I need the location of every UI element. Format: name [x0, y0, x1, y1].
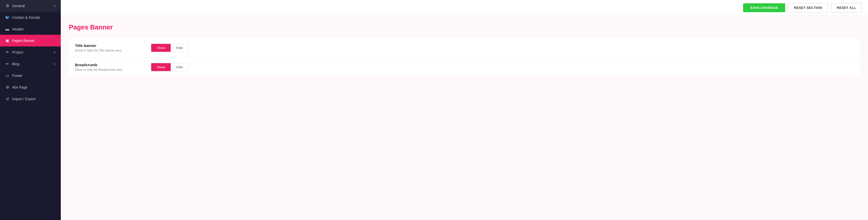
sidebar-item-project[interactable]: ✏Project∨	[0, 47, 61, 58]
breadcrumb-description: Show or hide the Breadcrumb area	[75, 68, 151, 72]
sidebar-item-label-pages-banner: Pages Banner	[12, 38, 35, 43]
sidebar-item-404-page[interactable]: ⚙404 Page	[0, 81, 61, 93]
settings-section: Title bannerShow or hide the Title banne…	[69, 38, 860, 77]
page-title: Pages Banner	[69, 23, 860, 31]
breadcrumb-label: Breadcrumb	[75, 63, 151, 67]
topbar: SAVE CHANGES RESET SECTION RESET ALL	[61, 0, 868, 16]
title-banner-show-button[interactable]: Show	[151, 44, 171, 52]
sidebar-item-import-export[interactable]: ↺Import / Export	[0, 93, 61, 105]
sidebar-item-general[interactable]: ⚙General∨	[0, 0, 61, 12]
sidebar-item-footer[interactable]: ▭Footer	[0, 70, 61, 81]
sidebar-item-label-header: Header	[12, 27, 24, 31]
main-area: SAVE CHANGES RESET SECTION RESET ALL Pag…	[61, 0, 868, 220]
breadcrumb-hide-button[interactable]: Hide	[171, 63, 189, 71]
reset-section-button[interactable]: RESET SECTION	[788, 3, 828, 12]
blog-icon: ✏	[5, 62, 10, 66]
sidebar-item-label-blog: Blog	[12, 62, 19, 66]
footer-icon: ▭	[5, 73, 10, 78]
sidebar: ⚙General∨🐦Contact & Socials▬Header▣Pages…	[0, 0, 61, 220]
project-icon: ✏	[5, 50, 10, 55]
sidebar-item-label-import-export: Import / Export	[12, 97, 35, 101]
title-banner-toggle-group: ShowHide	[151, 44, 189, 52]
header-icon: ▬	[5, 27, 10, 31]
404-page-icon: ⚙	[5, 85, 10, 89]
content-area: Pages Banner Title bannerShow or hide th…	[61, 16, 868, 220]
save-changes-button[interactable]: SAVE CHANGES	[743, 3, 785, 12]
import-export-icon: ↺	[5, 97, 10, 101]
sidebar-item-label-project: Project	[12, 50, 23, 54]
general-chevron-icon: ∨	[54, 4, 56, 8]
sidebar-item-contact-socials[interactable]: 🐦Contact & Socials	[0, 12, 61, 23]
project-chevron-icon: ∨	[54, 51, 56, 54]
sidebar-item-blog[interactable]: ✏Blog∨	[0, 58, 61, 70]
blog-chevron-icon: ∨	[54, 62, 56, 66]
contact-socials-icon: 🐦	[5, 15, 10, 20]
setting-row-breadcrumb: BreadcrumbShow or hide the Breadcrumb ar…	[69, 58, 860, 77]
title-banner-description: Show or hide the Title banner area	[75, 49, 151, 52]
sidebar-item-pages-banner[interactable]: ▣Pages Banner	[0, 35, 61, 47]
sidebar-item-label-contact-socials: Contact & Socials	[12, 16, 40, 20]
breadcrumb-toggle-group: ShowHide	[151, 63, 189, 71]
general-icon: ⚙	[5, 4, 10, 8]
setting-row-title-banner: Title bannerShow or hide the Title banne…	[69, 38, 860, 58]
title-banner-label: Title banner	[75, 44, 151, 48]
sidebar-item-header[interactable]: ▬Header	[0, 23, 61, 35]
pages-banner-icon: ▣	[5, 38, 10, 43]
sidebar-item-label-404-page: 404 Page	[12, 85, 27, 89]
title-banner-hide-button[interactable]: Hide	[171, 44, 189, 52]
sidebar-item-label-footer: Footer	[12, 74, 22, 78]
reset-all-button[interactable]: RESET ALL	[831, 3, 862, 12]
sidebar-item-label-general: General	[12, 4, 25, 8]
breadcrumb-show-button[interactable]: Show	[151, 63, 171, 71]
